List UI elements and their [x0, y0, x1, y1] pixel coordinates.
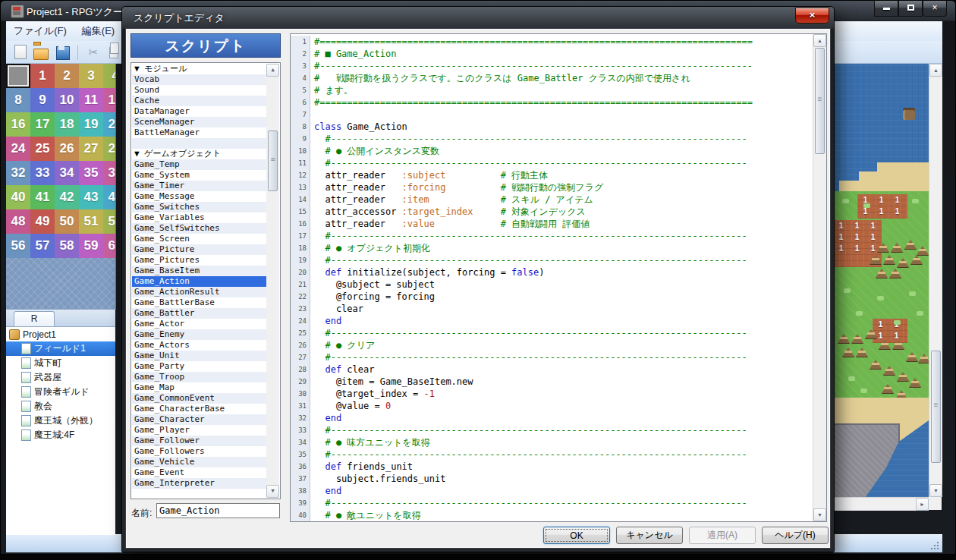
map-vscroll-thumb[interactable]	[931, 351, 941, 463]
cancel-button[interactable]: キャンセル	[616, 527, 683, 544]
palette-tile-59[interactable]: 59	[79, 234, 103, 258]
script-name-input[interactable]: Game_Action	[156, 503, 280, 518]
scroll-down-icon[interactable]: ▼	[929, 484, 942, 497]
palette-tile-48[interactable]: 48	[6, 209, 30, 234]
list-item[interactable]: Game_Followers	[132, 446, 266, 457]
palette-tile-41[interactable]: 41	[30, 185, 55, 209]
palette-tile-1[interactable]: 1	[30, 64, 55, 88]
list-item[interactable]: BattleManager	[132, 127, 266, 138]
list-item[interactable]: Game_Player	[132, 425, 266, 436]
palette-tile-51[interactable]: 51	[79, 209, 103, 234]
ok-button[interactable]: OK	[543, 527, 610, 544]
palette-tile-9[interactable]: 9	[30, 88, 55, 112]
palette-tile-27[interactable]: 27	[79, 137, 103, 161]
minimize-button[interactable]	[874, 1, 898, 17]
list-item[interactable]: Game_Interpreter	[132, 478, 266, 489]
scroll-up-icon[interactable]: ▲	[929, 64, 942, 77]
list-section-header[interactable]: ▼ ゲームオブジェクト	[132, 149, 266, 159]
palette-tile-32[interactable]: 32	[6, 161, 30, 185]
list-item[interactable]: Game_Actors	[132, 340, 266, 351]
list-item[interactable]: SceneManager	[132, 117, 266, 127]
list-item[interactable]: Game_ActionResult	[132, 287, 266, 297]
list-item[interactable]: Game_Variables	[132, 212, 266, 223]
menu-item[interactable]: 編集(E)	[74, 23, 122, 39]
scroll-down-icon[interactable]: ▼	[813, 508, 826, 521]
list-item[interactable]: Game_Troop	[132, 372, 266, 382]
scroll-down-icon[interactable]: ▼	[266, 485, 279, 498]
palette-tile-33[interactable]: 33	[30, 161, 55, 185]
palette-tile-10[interactable]: 10	[55, 88, 79, 112]
menu-item[interactable]: ファイル(F)	[6, 23, 74, 39]
list-item[interactable]: DataManager	[132, 106, 266, 117]
palette-tile-17[interactable]: 17	[30, 112, 55, 137]
project-tree-root[interactable]: Project1	[6, 327, 115, 341]
list-scrollbar[interactable]: ▲ ▼	[266, 64, 279, 498]
copy-button[interactable]	[107, 45, 122, 60]
palette-tile-11[interactable]: 11	[79, 88, 103, 112]
new-file-button[interactable]	[12, 45, 27, 60]
list-item[interactable]: Game_Enemy	[132, 329, 266, 340]
palette-tile-4[interactable]: 4	[103, 64, 116, 88]
resize-grip[interactable]	[930, 541, 939, 550]
list-item[interactable]: Game_Event	[132, 467, 266, 478]
scroll-up-icon[interactable]: ▲	[813, 34, 826, 47]
palette-tile-blank[interactable]	[6, 64, 30, 88]
scroll-up-icon[interactable]: ▲	[266, 64, 279, 77]
tree-item[interactable]: 武器屋	[6, 370, 115, 385]
palette-tile-42[interactable]: 42	[55, 185, 79, 209]
palette-tile-58[interactable]: 58	[55, 234, 79, 258]
palette-tile-25[interactable]: 25	[30, 137, 55, 161]
palette-tile-49[interactable]: 49	[30, 209, 55, 234]
help-button[interactable]: ヘルプ(H)	[762, 527, 829, 544]
palette-tile-18[interactable]: 18	[55, 112, 79, 137]
palette-tile-20[interactable]: 20	[103, 112, 116, 137]
list-item[interactable]: Game_Temp	[132, 159, 266, 170]
palette-tile-3[interactable]: 3	[79, 64, 103, 88]
list-item[interactable]: Game_Character	[132, 414, 266, 425]
palette-tile-57[interactable]: 57	[30, 234, 55, 258]
palette-tile-60[interactable]: 60	[103, 234, 116, 258]
list-item[interactable]: Game_Vehicle	[132, 457, 266, 467]
list-item[interactable]: Game_Action	[132, 276, 266, 287]
palette-tile-35[interactable]: 35	[79, 161, 103, 185]
palette-tile-26[interactable]: 26	[55, 137, 79, 161]
list-item[interactable]: Game_Picture	[132, 244, 266, 255]
list-item[interactable]: Game_Pictures	[132, 255, 266, 266]
open-project-button[interactable]	[33, 45, 49, 60]
list-item[interactable]: Game_Switches	[132, 202, 266, 212]
save-button[interactable]	[55, 45, 70, 60]
list-item[interactable]: Game_Actor	[132, 319, 266, 329]
tree-item[interactable]: 魔王城（外観）	[6, 414, 115, 428]
tree-item[interactable]: 冒険者ギルド	[6, 385, 115, 399]
scroll-right-icon[interactable]: ►	[916, 498, 929, 511]
dialog-close-button[interactable]: ×	[795, 8, 829, 24]
list-item[interactable]: Game_Party	[132, 361, 266, 372]
palette-tile-34[interactable]: 34	[55, 161, 79, 185]
list-scroll-thumb[interactable]	[268, 131, 278, 191]
list-item[interactable]: Cache	[132, 96, 266, 106]
tree-item[interactable]: 城下町	[6, 356, 115, 370]
maximize-button[interactable]	[898, 1, 923, 17]
palette-tile-40[interactable]: 40	[6, 185, 30, 209]
palette-tile-12[interactable]: 12	[103, 88, 116, 112]
apply-button[interactable]: 適用(A)	[689, 527, 756, 544]
tree-item[interactable]: 教会	[6, 399, 115, 414]
palette-tile-28[interactable]: 28	[103, 137, 116, 161]
palette-tile-43[interactable]: 43	[79, 185, 103, 209]
palette-tile-44[interactable]: 44	[103, 185, 116, 209]
list-item[interactable]: Game_Follower	[132, 436, 266, 446]
list-item[interactable]: Game_System	[132, 170, 266, 181]
list-item[interactable]: Game_Screen	[132, 234, 266, 244]
palette-tile-56[interactable]: 56	[6, 234, 30, 258]
map-canvas[interactable]: 111111 111111111 1111	[833, 64, 929, 497]
list-item[interactable]: Game_Unit	[132, 351, 266, 361]
palette-tile-2[interactable]: 2	[55, 64, 79, 88]
editor-scroll-thumb[interactable]	[815, 48, 825, 154]
list-item[interactable]: Game_Timer	[132, 181, 266, 191]
list-item[interactable]: Game_Message	[132, 191, 266, 202]
tab-r[interactable]: R	[14, 311, 55, 327]
close-button[interactable]: ×	[923, 1, 947, 17]
list-item[interactable]: Game_CharacterBase	[132, 404, 266, 414]
list-item[interactable]: Game_BaseItem	[132, 266, 266, 276]
editor-scrollbar[interactable]: ▲ ▼	[813, 34, 826, 521]
